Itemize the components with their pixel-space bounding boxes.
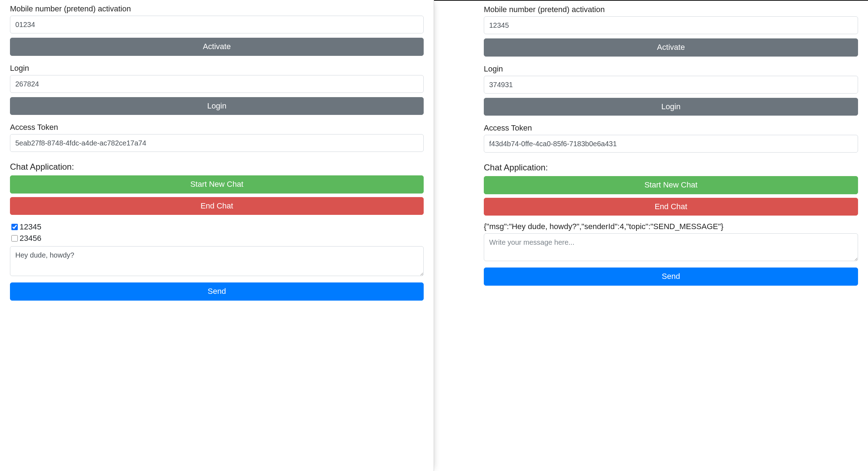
pane-right: Mobile number (pretend) activation Activ… [434,0,868,471]
chat-application-heading: Chat Application: [10,162,424,172]
contact-row: 12345 [10,221,424,233]
send-button[interactable]: Send [10,282,424,301]
login-button[interactable]: Login [10,97,424,115]
end-chat-button[interactable]: End Chat [10,197,424,215]
login-code-input[interactable] [10,75,424,93]
mobile-activation-label: Mobile number (pretend) activation [10,4,424,14]
received-message: {"msg":"Hey dude, howdy?","senderId":4,"… [484,222,858,231]
contact-checkbox[interactable] [11,235,18,242]
end-chat-button[interactable]: End Chat [484,198,858,216]
mobile-number-input[interactable] [10,16,424,33]
activate-button[interactable]: Activate [10,38,424,56]
start-new-chat-button[interactable]: Start New Chat [484,176,858,194]
mobile-activation-label: Mobile number (pretend) activation [484,5,858,14]
pane-left: Mobile number (pretend) activation Activ… [0,0,434,471]
login-code-input[interactable] [484,76,858,94]
contact-number: 23456 [20,233,41,244]
contact-checkbox[interactable] [11,224,18,230]
access-token-label: Access Token [484,123,858,133]
chat-application-heading: Chat Application: [484,163,858,173]
message-input[interactable] [484,233,858,261]
start-new-chat-button[interactable]: Start New Chat [10,175,424,194]
contact-list: 12345 23456 [10,221,424,244]
login-button[interactable]: Login [484,98,858,116]
access-token-input[interactable] [484,135,858,153]
message-input[interactable] [10,246,424,276]
contact-number: 12345 [20,221,41,233]
activate-button[interactable]: Activate [484,38,858,57]
contact-row: 23456 [10,233,424,244]
send-button[interactable]: Send [484,268,858,286]
login-label: Login [10,64,424,73]
login-label: Login [484,64,858,74]
access-token-input[interactable] [10,134,424,152]
mobile-number-input[interactable] [484,16,858,34]
access-token-label: Access Token [10,123,424,132]
